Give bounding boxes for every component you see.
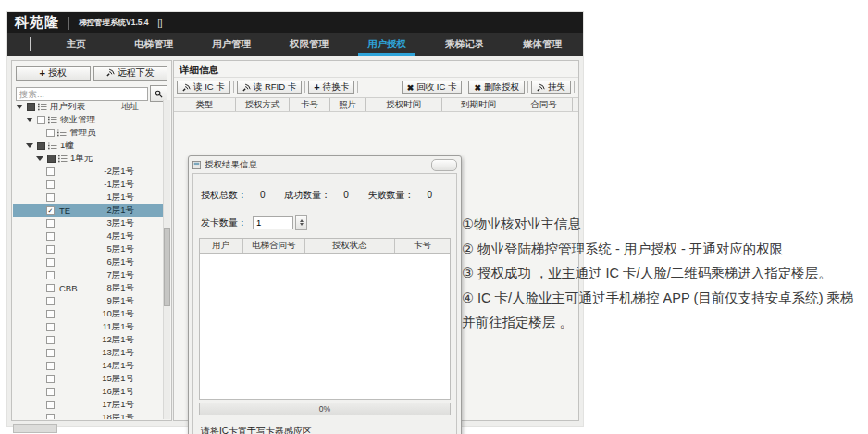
expand-arrow-icon[interactable]	[36, 156, 43, 161]
tree-node-2[interactable]: 管理员	[13, 126, 163, 139]
checkbox[interactable]	[46, 388, 55, 396]
title-bar: 科苑隆 梯控管理系统V1.5.4 []	[7, 12, 583, 33]
checkbox[interactable]	[46, 219, 55, 228]
tree-floor-row-15[interactable]: 14层1号	[13, 359, 163, 372]
checkbox[interactable]	[46, 349, 55, 357]
tree-floor-row-13[interactable]: 12层1号	[13, 333, 163, 346]
progress-bar: 0%	[199, 403, 451, 415]
read-card-icon	[182, 83, 191, 92]
tree-node-1[interactable]: 物业管理	[13, 113, 163, 126]
toolbar-left-button-2[interactable]: +待换卡	[308, 81, 354, 94]
floor-label: 2层1号	[106, 205, 163, 217]
nav-tab-1[interactable]: 电梯管理	[115, 33, 192, 56]
checkbox[interactable]	[27, 103, 35, 111]
toolbar-divider	[527, 81, 528, 93]
tree-floor-row-8[interactable]: 7层1号	[13, 268, 163, 281]
tree-node-label: 1幢	[60, 140, 74, 152]
tree-floor-row-4[interactable]: 3层1号	[13, 217, 163, 229]
floor-label: -2层1号	[104, 166, 163, 178]
checkbox[interactable]	[46, 180, 55, 189]
tree-floor-row-19[interactable]: 18层1号	[13, 411, 163, 419]
nav-tab-3[interactable]: 权限管理	[270, 33, 348, 56]
checkbox[interactable]	[46, 284, 55, 292]
checkbox[interactable]: ✓	[46, 206, 55, 215]
toolbar-left-button-1-label: 读 RFID 卡	[254, 81, 296, 93]
annotation-line-1: ② 物业登陆梯控管理系统 - 用户授权 - 开通对应的权限	[462, 237, 866, 262]
tree-floor-row-5[interactable]: 4层1号	[13, 229, 163, 242]
tree-floor-row-6[interactable]: 5层1号	[13, 242, 163, 255]
expand-arrow-icon[interactable]	[26, 118, 33, 122]
authorization-result-dialog: 授权结果信息 授权总数：0成功数量：0失败数量：0 发卡数量： 用户电梯合同号授…	[188, 155, 462, 434]
tree-node-3[interactable]: 1幢	[13, 139, 163, 152]
floor-label: 8层1号	[106, 282, 163, 294]
remote-send-button[interactable]: 远程下发	[93, 66, 168, 81]
checkbox[interactable]	[46, 258, 55, 267]
checkbox[interactable]	[46, 167, 55, 176]
tree-floor-row-16[interactable]: 15层1号	[13, 372, 163, 385]
checkbox[interactable]	[46, 232, 55, 241]
tree-node-label: 用户列表	[50, 101, 85, 113]
tree-floor-row-14[interactable]: 13层1号	[13, 346, 163, 359]
remote-send-button-label: 远程下发	[118, 67, 155, 80]
floor-label: 16层1号	[102, 386, 163, 398]
toolbar-right-button-1[interactable]: ✖删除授权	[468, 81, 525, 94]
nav-tab-0[interactable]: 主页	[37, 33, 115, 56]
toolbar-right-button-0[interactable]: ✖回收 IC 卡	[402, 81, 463, 94]
nav-tabs: 主页电梯管理用户管理权限管理用户授权乘梯记录媒体管理	[37, 33, 583, 56]
nav-tab-6[interactable]: 媒体管理	[503, 33, 581, 56]
tree-node-label: 管理员	[69, 127, 96, 139]
toolbar-left-button-0[interactable]: 读 IC 卡	[177, 81, 230, 94]
checkbox[interactable]	[46, 129, 55, 137]
tree-floor-row-17[interactable]: 16层1号	[13, 385, 163, 398]
authorize-button[interactable]: + 授权	[16, 66, 91, 81]
column-header-0: 类型	[174, 98, 236, 111]
toolbar-right-button-2[interactable]: 挂失	[531, 81, 571, 94]
list-icon	[38, 103, 47, 111]
stepper-down-icon[interactable]	[300, 223, 304, 226]
horizontal-scrollbar-thumb[interactable]	[13, 424, 57, 433]
tree-floor-row-10[interactable]: 9层1号	[13, 294, 163, 307]
stat-label: 授权总数：	[201, 190, 247, 200]
toolbar-divider	[465, 81, 465, 93]
tree-floor-row-18[interactable]: 17层1号	[13, 398, 163, 411]
nav-tab-4[interactable]: 用户授权	[348, 33, 426, 56]
tree-floor-row-9[interactable]: CBB8层1号	[13, 281, 163, 294]
expand-arrow-icon[interactable]	[26, 143, 33, 148]
checkbox[interactable]	[46, 414, 55, 420]
tree-scrollbar[interactable]	[163, 100, 170, 419]
checkbox[interactable]	[37, 116, 45, 124]
checkbox[interactable]	[46, 362, 55, 370]
tree-floor-row-12[interactable]: 11层1号	[13, 320, 163, 333]
tree-scrollbar-thumb[interactable]	[164, 228, 170, 306]
checkbox[interactable]	[46, 375, 55, 383]
checkbox[interactable]	[46, 193, 55, 202]
tree-node-0[interactable]: 用户列表地址	[13, 100, 163, 113]
checkbox[interactable]	[46, 401, 55, 409]
tree-floor-row-3[interactable]: ✓TE2层1号	[13, 204, 163, 217]
nav-tab-2[interactable]: 用户管理	[192, 33, 270, 56]
checkbox[interactable]	[46, 323, 55, 331]
checkbox[interactable]	[46, 297, 55, 305]
close-button[interactable]	[431, 159, 457, 171]
expand-arrow-icon[interactable]	[16, 105, 23, 109]
tree-floor-row-11[interactable]: 10层1号	[13, 307, 163, 320]
tree-floor-row-1[interactable]: -1层1号	[13, 178, 163, 191]
floor-label: 5层1号	[106, 243, 163, 255]
checkbox[interactable]	[46, 336, 55, 344]
checkbox[interactable]	[46, 271, 55, 279]
checkbox[interactable]	[46, 245, 55, 254]
nav-tab-5[interactable]: 乘梯记录	[426, 33, 503, 56]
checkbox[interactable]	[47, 155, 56, 163]
panel-title: 详细信息	[174, 61, 578, 78]
tree-floor-row-0[interactable]: -2层1号	[13, 165, 163, 178]
toolbar-left-button-1[interactable]: 读 RFID 卡	[237, 81, 302, 94]
tree-node-4[interactable]: 1单元	[13, 152, 163, 165]
tree-floor-row-7[interactable]: 6层1号	[13, 255, 163, 268]
checkbox[interactable]	[46, 310, 55, 318]
card-count-input[interactable]	[253, 216, 293, 229]
search-input[interactable]	[16, 87, 148, 101]
card-count-stepper[interactable]	[295, 215, 307, 230]
stepper-up-icon[interactable]	[300, 219, 304, 222]
tree-floor-row-2[interactable]: 1层1号	[13, 191, 163, 204]
checkbox[interactable]	[37, 142, 45, 150]
